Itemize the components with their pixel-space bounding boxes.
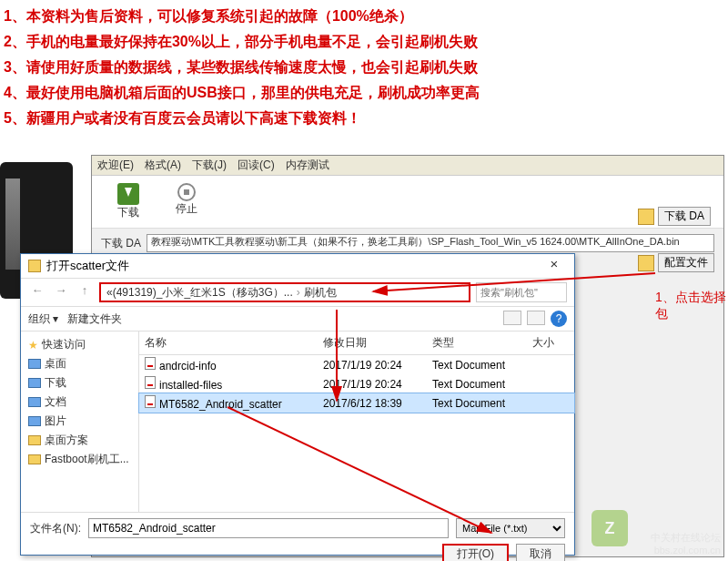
column-name[interactable]: 名称 [145, 335, 323, 351]
folder-icon [28, 435, 41, 445]
menu-welcome[interactable]: 欢迎(E) [97, 158, 134, 173]
open-file-dialog: 打开scatter文件 × ← → ↑ « (491319)_小米_红米1S（移… [20, 253, 575, 556]
sidebar-item-documents[interactable]: 文档 [21, 393, 138, 412]
column-date[interactable]: 修改日期 [323, 335, 432, 351]
sidebar-item-downloads[interactable]: 下载 [21, 373, 138, 393]
folder-icon [28, 416, 41, 426]
config-file-button[interactable]: 配置文件 [638, 253, 714, 272]
instruction-5: 5、新疆用户或者没有百度云会员请以下高速下载资料！ [0, 106, 728, 131]
download-button[interactable]: 下载 [117, 183, 139, 220]
annotation-1: 1、点击选择包 [655, 290, 728, 322]
sidebar-quick-access[interactable]: ★快速访问 [21, 335, 138, 354]
instruction-3: 3、请使用好质量的数据线，某些数据线传输速度太慢，也会引起刷机失败 [0, 55, 728, 80]
watermark: 中关村在线论坛 bbs.zol.com.cn [651, 531, 721, 556]
stop-button[interactable]: 停止 [176, 183, 197, 220]
folder-icon [28, 378, 41, 388]
filename-label: 文件名(N): [30, 521, 81, 536]
sidebar-item-fastboot[interactable]: Fastboot刷机工... [21, 450, 138, 469]
document-icon [145, 357, 156, 370]
view-icon[interactable] [527, 311, 545, 325]
sidebar-item-desktop[interactable]: 桌面 [21, 354, 138, 373]
view-icon[interactable] [503, 311, 521, 325]
menu-download[interactable]: 下载(J) [192, 158, 227, 173]
back-button[interactable]: ← [28, 283, 46, 301]
document-icon [145, 376, 156, 389]
cancel-button[interactable]: 取消 [516, 544, 565, 561]
open-button[interactable]: 打开(O) [442, 544, 509, 561]
up-button[interactable]: ↑ [76, 283, 94, 301]
star-icon: ★ [28, 339, 38, 352]
sidebar-item-pictures[interactable]: 图片 [21, 412, 138, 431]
sidebar: ★快速访问 桌面 下载 文档 图片 桌面方案 Fastboot刷机工... [21, 332, 139, 512]
forward-button[interactable]: → [52, 283, 70, 301]
folder-icon [28, 359, 41, 369]
da-label: 下载 DA [101, 236, 141, 251]
instruction-1: 1、本资料为售后资料，可以修复系统引起的故障（100%绝杀） [0, 4, 728, 29]
file-row-selected[interactable]: MT6582_Android_scatter 2017/6/12 18:39 T… [139, 393, 574, 413]
download-da-button[interactable]: 下载 DA [638, 207, 714, 226]
zol-badge: Z [592, 510, 628, 546]
sidebar-item-desktop-plan[interactable]: 桌面方案 [21, 431, 138, 450]
file-row[interactable]: installed-files 2017/1/19 20:24 Text Doc… [139, 374, 574, 393]
menu-bar: 欢迎(E) 格式(A) 下载(J) 回读(C) 内存测试 [92, 156, 723, 176]
help-icon[interactable]: ? [551, 311, 567, 327]
dialog-title: 打开scatter文件 [46, 258, 129, 274]
new-folder-button[interactable]: 新建文件夹 [67, 311, 122, 327]
folder-icon [28, 454, 41, 464]
instruction-2: 2、手机的电量最好保持在30%以上，部分手机电量不足，会引起刷机失败 [0, 29, 728, 55]
instruction-list: 1、本资料为售后资料，可以修复系统引起的故障（100%绝杀） 2、手机的电量最好… [0, 0, 728, 138]
filename-input[interactable] [88, 518, 449, 538]
folder-icon [28, 397, 41, 407]
menu-format[interactable]: 格式(A) [145, 158, 181, 173]
column-size[interactable]: 大小 [532, 335, 569, 351]
da-path-input[interactable]: 教程驱动\MTK工具教程驱动\新工具（如果不行，换老工具刷）\SP_Flash_… [147, 234, 714, 252]
column-type[interactable]: 类型 [432, 335, 532, 351]
close-button[interactable]: × [538, 256, 571, 274]
document-icon [145, 395, 156, 408]
organize-menu[interactable]: 组织 ▾ [28, 311, 58, 327]
menu-readback[interactable]: 回读(C) [238, 158, 275, 173]
breadcrumb-path[interactable]: « (491319)_小米_红米1S（移动3G）... › 刷机包 [99, 282, 470, 302]
download-icon [117, 183, 139, 205]
filetype-select[interactable]: Map File (*.txt) [456, 518, 565, 538]
file-list: 名称 修改日期 类型 大小 andrcid-info 2017/1/19 20:… [139, 332, 574, 512]
file-row[interactable]: andrcid-info 2017/1/19 20:24 Text Docume… [139, 355, 574, 374]
folder-icon [638, 209, 654, 225]
folder-icon [638, 255, 654, 271]
stop-icon [177, 183, 196, 201]
search-input[interactable] [476, 282, 567, 302]
menu-memtest[interactable]: 内存测试 [286, 158, 329, 173]
folder-icon [28, 260, 41, 272]
instruction-4: 4、最好使用电脑机箱后面的USB接口，那里的供电充足，刷机成功率更高 [0, 80, 728, 106]
